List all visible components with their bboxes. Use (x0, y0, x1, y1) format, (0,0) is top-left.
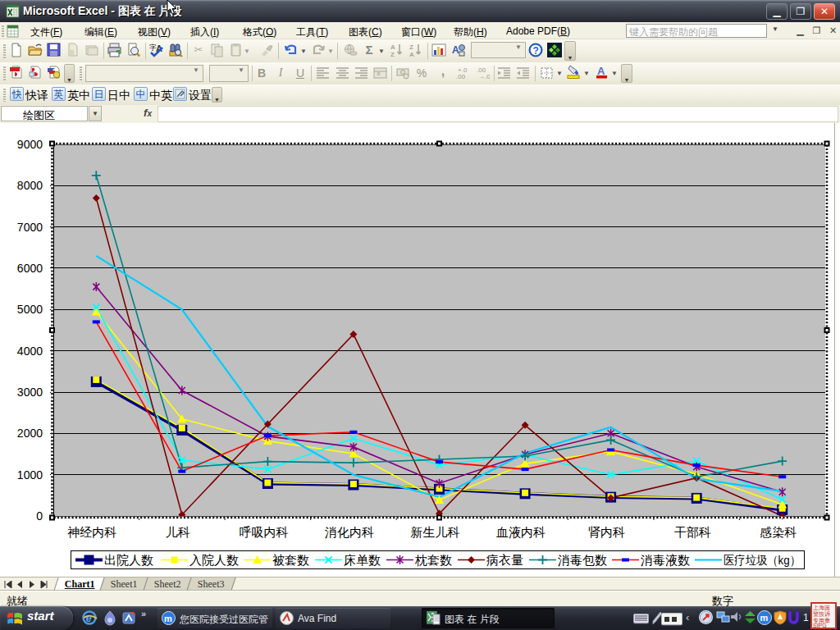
svg-text:Z: Z (409, 43, 413, 51)
svg-text:e: e (86, 612, 92, 624)
svg-text:→.0: →.0 (478, 73, 490, 80)
svg-text:新生儿科: 新生儿科 (411, 525, 460, 539)
svg-text:3000: 3000 (17, 386, 43, 399)
svg-text:m: m (164, 614, 172, 623)
svg-text:0: 0 (36, 509, 43, 523)
svg-text:.00: .00 (456, 73, 466, 80)
svg-text:5000: 5000 (17, 303, 43, 316)
svg-text:7000: 7000 (17, 221, 43, 234)
svg-text:?: ? (533, 45, 539, 57)
svg-text:a: a (377, 70, 381, 77)
svg-text:干部科: 干部科 (674, 525, 711, 539)
svg-text:被套数: 被套数 (272, 553, 309, 567)
svg-text:A: A (409, 51, 414, 57)
svg-text:枕套数: 枕套数 (414, 553, 452, 567)
svg-text:m: m (760, 613, 769, 623)
svg-text:呼吸内科: 呼吸内科 (239, 525, 288, 539)
svg-text:儿科: 儿科 (166, 525, 190, 539)
svg-text:SIPG: SIPG (813, 623, 827, 628)
svg-text:上海国: 上海国 (813, 605, 830, 611)
svg-text:A: A (390, 43, 395, 51)
svg-text:出院人数: 出院人数 (104, 553, 153, 567)
svg-text:4000: 4000 (17, 345, 43, 358)
svg-text:A: A (597, 65, 605, 77)
svg-text:9000: 9000 (17, 138, 43, 151)
svg-text:警投诉: 警投诉 (813, 611, 831, 618)
svg-text:肾内科: 肾内科 (588, 525, 625, 539)
svg-text:床单数: 床单数 (344, 553, 381, 567)
svg-text:2000: 2000 (17, 427, 43, 440)
svg-text:消毒包数: 消毒包数 (558, 553, 607, 567)
svg-text:感染科: 感染科 (760, 525, 797, 539)
svg-text:消毒液数: 消毒液数 (641, 553, 690, 567)
svg-text:6000: 6000 (17, 262, 43, 275)
svg-text:消化内科: 消化内科 (325, 525, 374, 539)
svg-text:入院人数: 入院人数 (189, 553, 239, 567)
svg-text:血液内科: 血液内科 (496, 525, 546, 539)
svg-text:医疗垃圾（kg）: 医疗垃圾（kg） (724, 553, 801, 567)
svg-text:神经内科: 神经内科 (67, 525, 116, 539)
svg-text:8000: 8000 (17, 179, 43, 192)
svg-text:病衣量: 病衣量 (486, 553, 523, 567)
svg-text:Z: Z (390, 51, 395, 57)
svg-text:1000: 1000 (17, 468, 43, 482)
svg-text:A: A (452, 44, 459, 56)
